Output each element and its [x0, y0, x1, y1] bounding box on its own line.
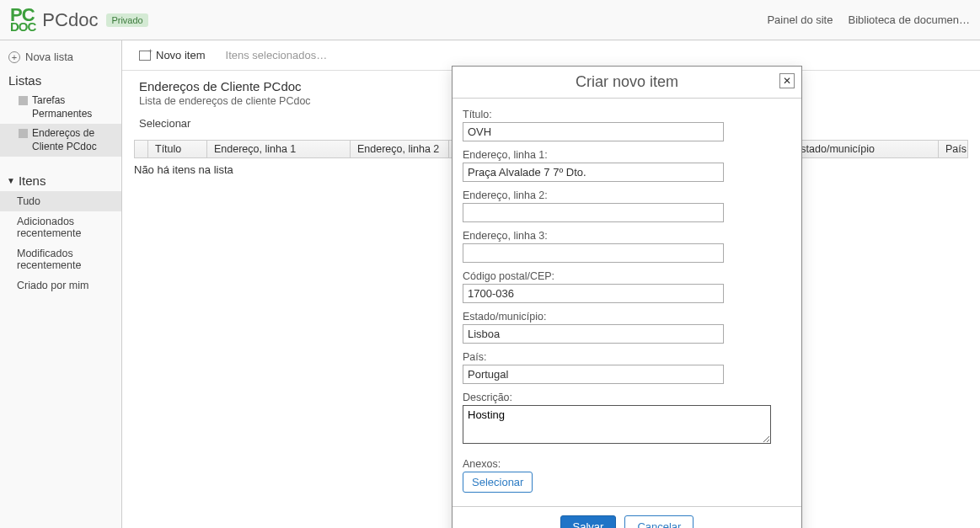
modal-header: Criar novo item ✕ [453, 67, 801, 99]
input-country[interactable] [463, 365, 724, 384]
col-addr2[interactable]: Endereço, linha 2 [351, 141, 449, 157]
filter-tudo[interactable]: Tudo [0, 191, 121, 211]
col-country[interactable]: País [939, 141, 967, 157]
sidebar-list-tarefas[interactable]: Tarefas Permanentes [0, 91, 121, 124]
list-icon [19, 129, 28, 138]
lists-header: Listas [0, 68, 121, 91]
label-addr3: Endereço, linha 3: [463, 230, 791, 242]
filter-modified[interactable]: Modificados recentemente [0, 243, 121, 275]
close-button[interactable]: ✕ [779, 73, 795, 88]
create-item-modal: Criar novo item ✕ Título: Endereço, linh… [452, 66, 802, 528]
label-zip: Código postal/CEP: [463, 270, 791, 282]
label-title: Título: [463, 109, 791, 120]
new-list-button[interactable]: + Nova lista [0, 45, 121, 68]
col-checkbox[interactable] [135, 141, 148, 157]
input-title[interactable] [463, 122, 724, 141]
link-doclib[interactable]: Biblioteca de documen… [848, 13, 970, 26]
label-attach: Anexos: [463, 458, 791, 470]
label-state: Estado/município: [463, 311, 791, 323]
sidebar: + Nova lista Listas Tarefas Permanentes … [0, 40, 122, 528]
new-item-icon [139, 51, 151, 61]
app-title: PCdoc [42, 9, 98, 31]
plus-icon: + [8, 51, 20, 63]
logo: PC DOC [10, 8, 35, 32]
input-state[interactable] [463, 324, 724, 344]
sidebar-list-label: Endereços de Cliente PCdoc [32, 127, 113, 153]
input-addr3[interactable] [463, 243, 724, 263]
new-list-label: Nova lista [25, 51, 73, 63]
label-addr2: Endereço, linha 2: [463, 189, 791, 201]
filter-createdbyme[interactable]: Criado por mim [0, 275, 121, 296]
label-desc: Descrição: [463, 392, 791, 403]
input-addr2[interactable] [463, 203, 724, 222]
filter-added[interactable]: Adicionados recentemente [0, 211, 121, 243]
privacy-badge: Privado [106, 13, 147, 27]
selected-items-button: Itens selecionados… [226, 49, 328, 61]
link-dashboard[interactable]: Painel do site [767, 13, 833, 26]
select-link[interactable]: Selecionar [139, 117, 190, 130]
modal-title: Criar novo item [576, 73, 678, 91]
logo-bottom: DOC [10, 22, 35, 31]
modal-footer: Salvar Cancelar [453, 506, 801, 528]
app-header: PC DOC PCdoc Privado Painel do site Bibl… [0, 0, 980, 40]
col-addr1[interactable]: Endereço, linha 1 [207, 141, 351, 157]
label-addr1: Endereço, linha 1: [463, 149, 791, 161]
input-addr1[interactable] [463, 163, 724, 182]
input-description[interactable]: <span></span> [463, 405, 771, 444]
input-zip[interactable] [463, 284, 724, 303]
items-header[interactable]: ▼ Itens [0, 170, 121, 191]
new-item-label: Novo item [156, 49, 206, 61]
sidebar-list-enderecos[interactable]: Endereços de Cliente PCdoc [0, 124, 121, 157]
col-title[interactable]: Título [148, 141, 207, 157]
cancel-button[interactable]: Cancelar [624, 515, 693, 528]
caret-down-icon: ▼ [7, 176, 15, 185]
save-button[interactable]: Salvar [560, 515, 617, 528]
attach-select-button[interactable]: Selecionar [463, 472, 533, 493]
sidebar-list-label: Tarefas Permanentes [32, 94, 113, 120]
new-item-button[interactable]: Novo item [139, 49, 206, 61]
label-country: País: [463, 351, 791, 363]
items-header-label: Itens [19, 173, 46, 188]
col-state[interactable]: Estado/município [787, 141, 939, 157]
list-icon [19, 96, 28, 105]
close-icon: ✕ [783, 75, 791, 87]
